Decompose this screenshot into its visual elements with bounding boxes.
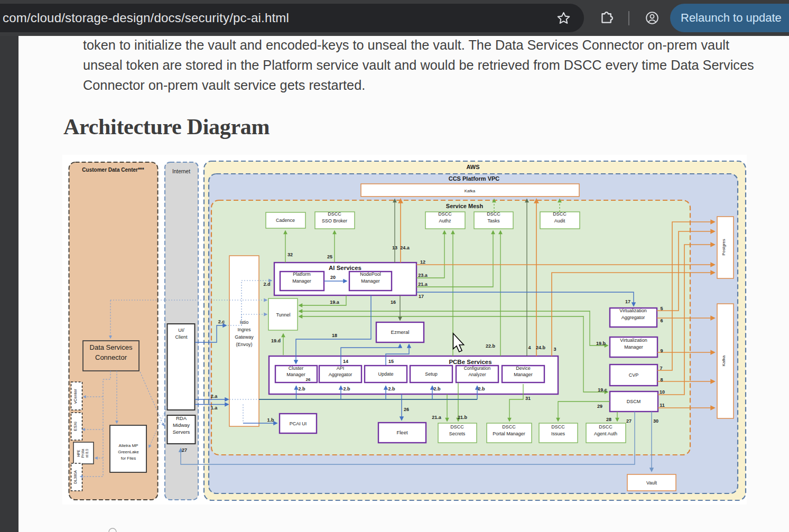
svg-text:Istio: Istio (240, 320, 249, 325)
svg-text:2.b: 2.b (478, 386, 485, 391)
svg-text:1.a: 1.a (211, 405, 218, 410)
svg-text:Issues: Issues (551, 431, 565, 436)
svg-text:5: 5 (660, 306, 663, 311)
svg-text:8: 8 (660, 377, 663, 382)
svg-text:19.b: 19.b (596, 341, 606, 346)
svg-text:12: 12 (420, 259, 425, 265)
svg-text:2.b: 2.b (298, 386, 305, 391)
svg-text:Gateway: Gateway (235, 334, 254, 340)
svg-text:Setup: Setup (425, 371, 438, 377)
svg-text:DSCC: DSCC (328, 211, 341, 217)
svg-text:19.c: 19.c (598, 387, 607, 393)
svg-text:14: 14 (343, 359, 348, 364)
svg-text:28: 28 (606, 417, 611, 422)
svg-text:17: 17 (625, 299, 630, 304)
svg-text:CCS Platform VPC: CCS Platform VPC (449, 175, 500, 182)
svg-text:Manager: Manager (292, 278, 311, 284)
svg-text:Update: Update (378, 371, 393, 377)
svg-text:DSCC: DSCC (502, 424, 516, 430)
svg-text:DSCC: DSCC (599, 424, 612, 430)
svg-text:7: 7 (660, 366, 662, 371)
svg-text:Postgres: Postgres (721, 239, 726, 256)
svg-text:Manager: Manager (286, 372, 305, 377)
svg-text:Virtualization: Virtualization (620, 338, 647, 343)
svg-text:PCBe Services: PCBe Services (449, 359, 491, 365)
svg-text:vCenter: vCenter (73, 389, 78, 404)
svg-text:26: 26 (404, 407, 409, 412)
svg-text:DSCC: DSCC (438, 211, 452, 217)
svg-text:30: 30 (653, 418, 658, 424)
svg-text:Manager: Manager (514, 372, 533, 377)
svg-text:4: 4 (528, 345, 531, 350)
svg-text:2.b: 2.b (433, 386, 441, 391)
svg-text:DSCC: DSCC (450, 424, 464, 430)
svg-text:32: 32 (287, 252, 293, 257)
svg-text:CVP: CVP (629, 372, 639, 378)
svg-text:RDA: RDA (176, 415, 187, 421)
svg-text:(Envoy): (Envoy) (236, 342, 252, 347)
svg-text:Alletra MP: Alletra MP (119, 443, 138, 448)
svg-text:23.a: 23.a (418, 273, 428, 278)
svg-text:ESXi: ESXi (73, 422, 78, 431)
svg-text:18: 18 (332, 333, 337, 338)
svg-text:NodePool: NodePool (360, 272, 381, 277)
svg-text:9: 9 (660, 348, 663, 353)
svg-text:Fleet: Fleet (396, 430, 407, 435)
svg-text:17: 17 (419, 294, 424, 299)
svg-text:Secrets: Secrets (449, 431, 466, 436)
svg-text:Ingres: Ingres (237, 327, 251, 332)
svg-text:nt 8.0: nt 8.0 (85, 449, 89, 458)
svg-text:HPE: HPE (77, 450, 80, 457)
svg-text:AI Services: AI Services (329, 265, 361, 271)
svg-text:Customer Data Center***: Customer Data Center*** (82, 167, 144, 173)
svg-text:19.d: 19.d (271, 338, 281, 343)
svg-text:15: 15 (388, 359, 394, 364)
svg-text:Virtualization: Virtualization (619, 308, 646, 313)
svg-text:31: 31 (525, 396, 531, 401)
svg-text:29: 29 (597, 404, 602, 409)
svg-text:10: 10 (660, 389, 665, 395)
svg-text:Ezmeral: Ezmeral (391, 329, 410, 335)
svg-text:6: 6 (660, 318, 663, 323)
svg-text:Manager: Manager (624, 344, 643, 350)
svg-text:Internet: Internet (172, 169, 190, 174)
svg-text:Tasks: Tasks (487, 218, 500, 223)
svg-text:Device: Device (516, 366, 531, 371)
svg-text:22.b: 22.b (486, 343, 496, 349)
svg-text:Portal Manager: Portal Manager (493, 431, 525, 436)
svg-text:16: 16 (391, 300, 396, 305)
svg-text:API: API (337, 366, 345, 371)
svg-text:DL380A: DL380A (73, 470, 77, 484)
svg-text:Service Mesh: Service Mesh (446, 203, 484, 209)
svg-text:24.a: 24.a (400, 245, 410, 250)
svg-text:21.a: 21.a (418, 282, 428, 287)
svg-text:Servers: Servers (173, 429, 190, 435)
svg-text:DSCC: DSCC (487, 211, 500, 217)
svg-text:Cluster: Cluster (289, 366, 304, 371)
svg-text:Data Services: Data Services (90, 343, 133, 351)
svg-text:25: 25 (327, 254, 332, 259)
svg-text:GreenLake: GreenLake (118, 450, 139, 454)
svg-text:Prolia: Prolia (81, 449, 85, 458)
svg-text:Kafka: Kafka (465, 189, 476, 193)
svg-text:Client: Client (175, 334, 188, 340)
svg-text:27: 27 (626, 418, 632, 424)
svg-text:Manager: Manager (361, 278, 380, 284)
svg-text:SSO Broker: SSO Broker (322, 218, 347, 223)
svg-text:Tunnel: Tunnel (276, 312, 290, 318)
svg-text:Aggregator: Aggregator (329, 372, 352, 377)
svg-text:Cadence: Cadence (276, 218, 295, 223)
svg-text:2.d: 2.d (263, 282, 270, 287)
svg-text:UI/: UI/ (178, 328, 184, 333)
svg-text:Analyzer: Analyzer (468, 372, 486, 377)
svg-text:26: 26 (306, 377, 311, 382)
svg-text:2.b: 2.b (343, 386, 350, 391)
svg-text:Aggregator: Aggregator (621, 315, 645, 320)
svg-text:Midway: Midway (173, 422, 190, 428)
svg-text:Kafka: Kafka (721, 355, 726, 366)
svg-text:3: 3 (553, 347, 556, 352)
svg-text:Vault: Vault (646, 480, 657, 486)
svg-text:2.b: 2.b (388, 386, 395, 391)
svg-text:19.a: 19.a (330, 300, 340, 305)
svg-text:Authz: Authz (439, 218, 451, 223)
